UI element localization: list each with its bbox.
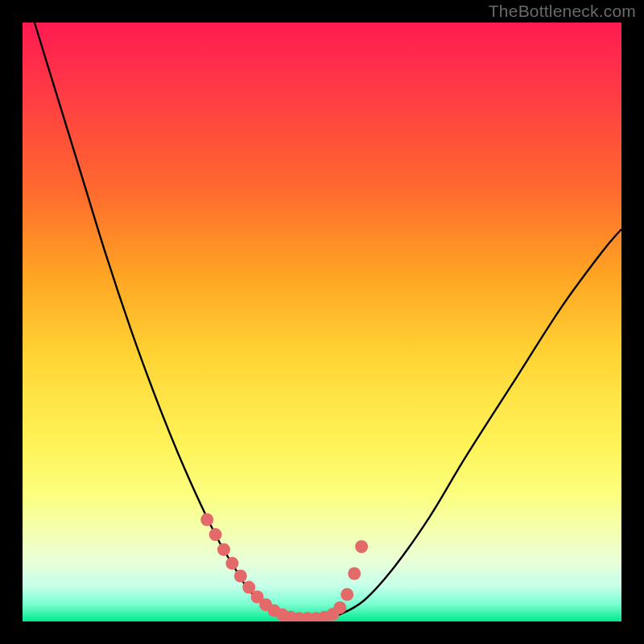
chart-frame: TheBottleneck.com xyxy=(0,0,644,644)
bottleneck-curve xyxy=(35,23,621,619)
watermark-text: TheBottleneck.com xyxy=(489,2,636,21)
curve-marker xyxy=(234,570,247,583)
curve-marker xyxy=(209,528,222,541)
curve-marker xyxy=(200,514,213,526)
curve-marker xyxy=(217,543,230,556)
curve-marker xyxy=(341,588,353,601)
curve-marker xyxy=(355,540,368,553)
marker-group xyxy=(200,514,368,622)
curve-marker xyxy=(333,601,346,614)
curve-marker xyxy=(348,568,361,580)
chart-overlay xyxy=(23,23,621,621)
curve-marker xyxy=(225,557,238,570)
